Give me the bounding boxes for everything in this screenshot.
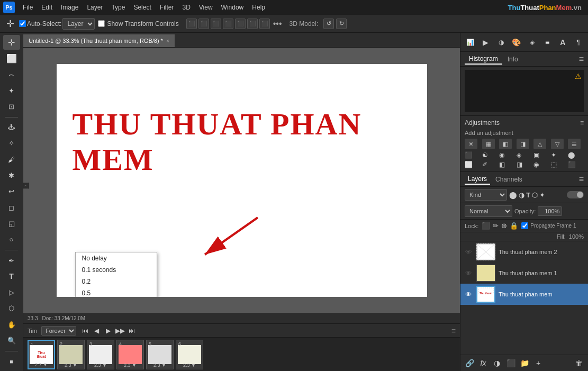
tool-brush[interactable]: 🖌	[3, 152, 20, 167]
adjustments-menu[interactable]: ≡	[580, 119, 584, 126]
tool-text[interactable]: T	[3, 269, 20, 284]
layer-1-visibility[interactable]: 👁	[464, 268, 473, 278]
align-bottom[interactable]: ⬛	[211, 19, 221, 29]
timeline-menu[interactable]: ≡	[451, 327, 456, 335]
adj-channel-mixer[interactable]: ☯	[482, 151, 498, 159]
layer-mask-button[interactable]: ◑	[491, 357, 503, 369]
menu-view[interactable]: View	[195, 3, 216, 12]
panel-icon-play[interactable]: ▶	[478, 35, 493, 50]
layer-active-visibility[interactable]: 👁	[464, 289, 473, 299]
filter-shape-icon[interactable]: ⬡	[532, 191, 538, 199]
filter-pixel-icon[interactable]: ⬤	[509, 191, 517, 199]
delay-option-0-1[interactable]: 0.1 seconds	[76, 264, 157, 276]
adj-solid-color[interactable]: ⬛	[568, 161, 584, 168]
tool-lasso[interactable]: ⌢	[3, 67, 20, 82]
panel-icon-layers[interactable]: ≡	[540, 35, 555, 50]
layer-select[interactable]: Layer	[62, 18, 95, 30]
frame-3[interactable]: 3 2.3 ▼	[87, 340, 114, 369]
align-left[interactable]: ⬛	[223, 19, 233, 29]
panel-icon-paragraph[interactable]: ¶	[571, 35, 585, 50]
tool-crop[interactable]: ⊡	[3, 99, 20, 114]
tool-foreground-bg[interactable]: ■	[3, 354, 20, 369]
new-layer-button[interactable]: +	[532, 357, 544, 369]
next-frame-button[interactable]: ▶▶	[115, 326, 125, 336]
fill-value[interactable]: 100%	[569, 233, 584, 240]
opacity-value[interactable]: 100%	[538, 206, 562, 216]
frame-5[interactable]: 5 2.3 ▼	[146, 340, 174, 369]
adj-gradient-map[interactable]: ⬤	[568, 151, 584, 159]
align-vcenter[interactable]: ⬛	[198, 19, 209, 29]
propagate-checkbox[interactable]	[521, 222, 528, 229]
auto-select-checkbox[interactable]	[19, 20, 26, 27]
lock-image-icon[interactable]: ✏	[493, 222, 499, 230]
3d-icon-1[interactable]: ↺	[323, 19, 334, 29]
menu-3d[interactable]: 3D	[178, 3, 194, 12]
tool-zoom[interactable]: 🔍	[3, 333, 20, 348]
adj-vibrance[interactable]: ◨	[517, 139, 529, 149]
info-tab[interactable]: Info	[503, 55, 522, 64]
collapse-handle[interactable]: ‹	[23, 183, 29, 188]
kind-select[interactable]: Kind	[465, 189, 507, 201]
tab-close-button[interactable]: ×	[166, 38, 169, 44]
menu-select[interactable]: Select	[130, 3, 155, 12]
menu-help[interactable]: Help	[248, 3, 269, 12]
tool-move[interactable]: ✛	[3, 35, 20, 50]
tool-select-rect[interactable]: ⬜	[3, 51, 20, 66]
frame-1-delay[interactable]: 2.7 ▼	[35, 362, 48, 367]
panel-icon-color[interactable]: 🎨	[509, 35, 524, 50]
tool-eyedropper[interactable]: 🕹	[3, 120, 20, 134]
layer-group-button[interactable]: 📁	[519, 357, 530, 369]
tool-shape[interactable]: ⬡	[3, 301, 20, 316]
menu-type[interactable]: Type	[107, 3, 129, 12]
tool-gradient[interactable]: ◱	[3, 216, 20, 231]
show-transform-checkbox[interactable]	[98, 20, 105, 27]
panel-icon-styles[interactable]: ◈	[524, 35, 539, 50]
layers-menu[interactable]: ≡	[579, 175, 584, 184]
menu-window[interactable]: Window	[218, 3, 248, 12]
tool-magic-wand[interactable]: ✦	[3, 83, 20, 98]
frame-4-delay[interactable]: 2.3 ▼	[124, 363, 137, 368]
frame-1[interactable]: 1 Thuthuat 2.7 ▼	[28, 340, 55, 369]
loop-select[interactable]: Forever	[41, 326, 76, 336]
tool-hand[interactable]: ✋	[3, 317, 20, 332]
blend-mode-select[interactable]: Normal	[465, 205, 512, 217]
layer-link-button[interactable]: 🔗	[464, 357, 475, 369]
prev-frame-button[interactable]: ◀	[92, 326, 102, 336]
frame-6-delay[interactable]: 2.3 ▼	[183, 363, 196, 368]
tool-history-brush[interactable]: ↩	[3, 184, 20, 199]
layer-adjustment-button[interactable]: ⬛	[505, 357, 517, 369]
menu-filter[interactable]: Filter	[156, 3, 178, 12]
menu-image[interactable]: Image	[57, 3, 82, 12]
adj-photo-filter[interactable]: ⬛	[465, 151, 481, 159]
more-options-button[interactable]: •••	[273, 19, 282, 29]
frame-4[interactable]: 4 2.3 ▼	[116, 340, 144, 369]
menu-layer[interactable]: Layer	[83, 3, 106, 12]
adj-curves[interactable]: ▦	[482, 139, 495, 149]
menu-file[interactable]: File	[19, 3, 37, 12]
panel-icon-histogram[interactable]: 📊	[463, 35, 478, 50]
delete-layer-button[interactable]: 🗑	[573, 357, 585, 369]
align-hcenter[interactable]: ⬛	[235, 19, 246, 29]
panel-icon-adjustments[interactable]: ◑	[494, 35, 509, 50]
adj-threshold[interactable]: ✦	[551, 151, 567, 159]
adj-hsl2[interactable]: ⬚	[551, 161, 567, 168]
adj-hsl[interactable]: △	[533, 139, 546, 149]
play-button[interactable]: ▶	[104, 326, 113, 336]
adj-selective-color[interactable]: ⬜	[465, 161, 481, 168]
delay-option-no-delay[interactable]: No delay	[76, 252, 157, 264]
3d-icon-2[interactable]: ↻	[336, 19, 347, 29]
frame-5-delay[interactable]: 2.3 ▼	[153, 363, 166, 368]
lock-all-icon[interactable]: 🔒	[510, 222, 518, 230]
tool-stamp[interactable]: ✱	[3, 168, 20, 183]
adj-levels[interactable]: ✐	[482, 161, 498, 168]
frame-2[interactable]: 2 2.3 ▼	[57, 340, 85, 369]
filter-toggle-switch[interactable]	[567, 191, 584, 198]
histogram-menu[interactable]: ≡	[579, 55, 584, 64]
adj-invert[interactable]: ◈	[517, 151, 532, 159]
adj-curves2[interactable]: ◧	[499, 161, 515, 168]
menu-edit[interactable]: Edit	[38, 3, 56, 12]
lock-position-icon[interactable]: ⊕	[501, 222, 507, 230]
tool-eraser[interactable]: ◻	[3, 200, 20, 215]
frame-6[interactable]: 6 2.3 ▼	[176, 340, 203, 369]
tool-path-select[interactable]: ▷	[3, 285, 20, 300]
